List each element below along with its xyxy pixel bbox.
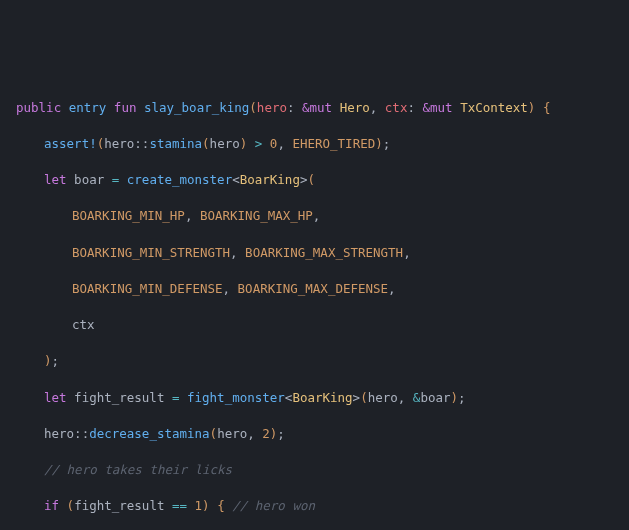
code-line: ctx [72, 316, 621, 334]
code-line: BOARKING_MIN_HP, BOARKING_MAX_HP, [72, 207, 621, 225]
keyword-public: public [16, 100, 61, 115]
code-line: BOARKING_MIN_DEFENSE, BOARKING_MAX_DEFEN… [72, 280, 621, 298]
code-line: hero::decrease_stamina(hero, 2); [44, 425, 621, 443]
code-line: let boar = create_monster<BoarKing>( [44, 171, 621, 189]
code-line: // hero takes their licks [44, 461, 621, 479]
function-name: slay_boar_king [144, 100, 249, 115]
code-line: assert!(hero::stamina(hero) > 0, EHERO_T… [44, 135, 621, 153]
code-line: let fight_result = fight_monster<BoarKin… [44, 389, 621, 407]
keyword-fun: fun [114, 100, 137, 115]
code-block: public entry fun slay_boar_king(hero: &m… [16, 81, 621, 531]
keyword-entry: entry [69, 100, 107, 115]
code-line: ); [44, 352, 621, 370]
code-line: if (fight_result == 1) { // hero won [44, 497, 621, 515]
code-line: BOARKING_MIN_STRENGTH, BOARKING_MAX_STRE… [72, 244, 621, 262]
code-line: public entry fun slay_boar_king(hero: &m… [16, 99, 621, 117]
